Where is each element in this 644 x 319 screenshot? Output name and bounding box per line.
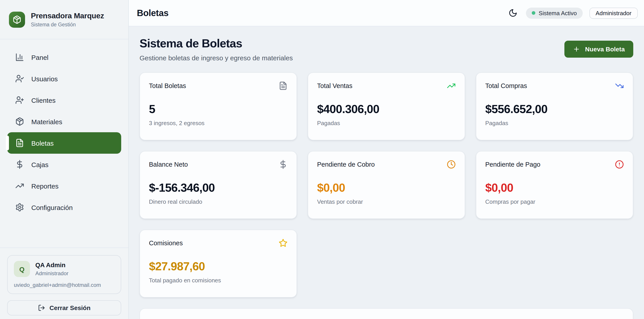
topbar-title: Boletas [137,8,168,18]
sidebar-nav: PanelUsuariosClientesMaterialesBoletasCa… [0,39,128,248]
sidebar-item-usuarios[interactable]: Usuarios [7,68,121,89]
new-boleta-button[interactable]: Nueva Boleta [564,41,633,58]
star-icon [278,239,288,248]
stat-card-value: $27.987,60 [149,260,288,274]
stats-grid: Total Boletas53 ingresos, 2 egresosTotal… [140,72,633,319]
trending-up-icon [15,181,24,190]
sidebar-item-label: Boletas [31,139,54,147]
app-window: Prensadora Marquez Sistema de Gestión Pa… [0,0,644,319]
stat-card-subtext: Compras por pagar [485,198,624,205]
stat-card-subtext: Total pagado en comisiones [149,277,288,284]
trending-up-icon [447,81,456,90]
sidebar-item-label: Usuarios [31,75,58,82]
stat-card-label: Total Ventas [317,81,352,89]
sidebar-item-label: Reportes [31,182,58,190]
stat-card-label: Pendiente de Cobro [317,160,375,168]
user-role: Administrador [35,270,68,277]
sidebar-footer: Q QA Admin Administrador uviedo_gabriel+… [0,248,128,319]
sidebar-item-reportes[interactable]: Reportes [7,175,121,197]
stat-card-subtext: Dinero real circulado [149,198,288,205]
stat-card-value: 5 [149,102,288,116]
sidebar-item-label: Panel [31,53,48,61]
stat-card-value: $0,00 [317,181,456,195]
logout-button[interactable]: Cerrar Sesión [7,300,121,316]
stat-card-label: Balance Neto [149,160,188,168]
user-plus-icon [15,96,24,105]
sidebar-item-panel[interactable]: Panel [7,46,121,68]
user-check-icon [15,74,24,83]
settings-icon [15,203,24,212]
stat-card-label: Comisiones [149,239,183,247]
stat-card-subtext: 3 ingresos, 2 egresos [149,120,288,126]
stat-card-label: Pendiente de Pago [485,160,540,168]
partial-card [140,308,633,319]
file-text-icon [15,138,24,147]
status-dot-icon [532,11,535,15]
logout-icon [38,304,45,312]
package-icon [15,117,24,126]
logout-label: Cerrar Sesión [50,304,90,312]
sidebar-item-label: Cajas [31,161,48,168]
stat-card-subtext: Pagadas [485,120,624,126]
brand-header: Prensadora Marquez Sistema de Gestión [0,0,128,39]
status-badge-label: Sistema Activo [539,9,577,16]
user-card: Q QA Admin Administrador uviedo_gabriel+… [7,255,121,294]
sidebar-item-label: Clientes [31,96,56,104]
topbar: Boletas Sistema Activo Administrador [129,0,644,26]
plus-icon [573,46,580,53]
sidebar-item-label: Configuración [31,204,73,211]
stat-card-pendiente-de-cobro: Pendiente de Cobro$0,00Ventas por cobrar [308,151,465,219]
package-icon [9,11,25,27]
stat-card-value: $556.652,00 [485,102,624,116]
stat-card-value: $400.306,00 [317,102,456,116]
new-boleta-label: Nueva Boleta [585,46,625,53]
content: Sistema de Boletas Gestione boletas de i… [129,26,644,319]
page-header: Sistema de Boletas Gestione boletas de i… [140,37,633,62]
dark-mode-toggle[interactable] [506,7,519,19]
user-email: uviedo_gabriel+admin@hotmail.com [14,282,114,288]
stat-card-balance-neto: Balance Neto$-156.346,00Dinero real circ… [140,151,297,219]
stat-card-total-ventas: Total Ventas$400.306,00Pagadas [308,72,465,140]
dollar-sign-icon [15,160,24,169]
sidebar-item-cajas[interactable]: Cajas [7,154,121,175]
stat-card-comisiones: Comisiones$27.987,60Total pagado en comi… [140,230,297,298]
stat-card-value: $0,00 [485,181,624,195]
dollar-sign-icon [278,160,288,169]
main-area: Boletas Sistema Activo Administrador Sis… [129,0,644,319]
trending-down-icon [615,81,624,90]
sidebar-item-label: Materiales [31,118,62,125]
brand-subtitle: Sistema de Gestión [31,22,104,27]
sidebar-item-materiales[interactable]: Materiales [7,111,121,132]
stat-card-total-boletas: Total Boletas53 ingresos, 2 egresos [140,72,297,140]
status-badge: Sistema Activo [526,7,583,18]
stat-card-total-compras: Total Compras$556.652,00Pagadas [476,72,633,140]
page-subtitle: Gestione boletas de ingreso y egreso de … [140,54,293,62]
alert-circle-icon [615,160,624,169]
moon-icon [508,8,517,17]
sidebar-item-configuracion[interactable]: Configuración [7,197,121,218]
file-text-icon [278,81,288,90]
sidebar: Prensadora Marquez Sistema de Gestión Pa… [0,0,129,319]
sidebar-item-boletas[interactable]: Boletas [7,132,121,154]
clock-icon [447,160,456,169]
brand-name: Prensadora Marquez [31,12,104,21]
stat-card-value: $-156.346,00 [149,181,288,195]
page-title: Sistema de Boletas [140,37,293,50]
avatar: Q [14,261,30,277]
stat-card-subtext: Pagadas [317,120,456,126]
role-badge: Administrador [590,7,638,18]
bar-chart-icon [15,53,24,62]
brand-text: Prensadora Marquez Sistema de Gestión [31,12,104,27]
stat-card-pendiente-de-pago: Pendiente de Pago$0,00Compras por pagar [476,151,633,219]
stat-card-label: Total Compras [485,81,527,89]
stat-card-label: Total Boletas [149,81,186,89]
user-name: QA Admin [35,262,68,269]
sidebar-item-clientes[interactable]: Clientes [7,89,121,111]
stat-card-subtext: Ventas por cobrar [317,198,456,205]
